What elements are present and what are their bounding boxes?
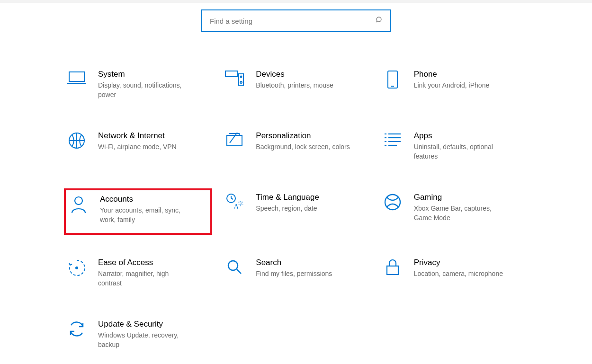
tile-desc: Narrator, magnifier, high contrast bbox=[98, 269, 193, 288]
svg-line-26 bbox=[231, 198, 233, 199]
svg-point-30 bbox=[76, 267, 78, 269]
devices-icon bbox=[224, 70, 244, 86]
tile-desc: Wi-Fi, airplane mode, VPN bbox=[98, 142, 193, 151]
tile-text: Devices Bluetooth, printers, mouse bbox=[256, 69, 367, 90]
search-icon bbox=[376, 16, 383, 26]
tile-desc: Xbox Game Bar, captures, Game Mode bbox=[414, 204, 509, 222]
tile-title: Ease of Access bbox=[98, 257, 209, 268]
svg-point-6 bbox=[241, 76, 242, 78]
tile-desc: Speech, region, date bbox=[256, 204, 350, 213]
tile-text: Gaming Xbox Game Bar, captures, Game Mod… bbox=[414, 192, 525, 222]
system-icon bbox=[67, 70, 87, 85]
svg-line-14 bbox=[230, 133, 237, 143]
lock-icon bbox=[383, 258, 403, 276]
tile-desc: Link your Android, iPhone bbox=[414, 80, 509, 90]
tile-text: Phone Link your Android, iPhone bbox=[414, 69, 525, 90]
tile-title: Phone bbox=[414, 69, 525, 80]
tile-network[interactable]: Network & Internet Wi-Fi, airplane mode,… bbox=[64, 127, 212, 169]
tile-personalization[interactable]: Personalization Background, lock screen,… bbox=[222, 127, 370, 169]
tile-text: System Display, sound, notifications, po… bbox=[98, 69, 209, 99]
personalization-icon bbox=[224, 132, 244, 148]
svg-rect-33 bbox=[387, 266, 398, 275]
tile-accounts[interactable]: Accounts Your accounts, email, sync, wor… bbox=[64, 188, 212, 235]
tile-phone[interactable]: Phone Link your Android, iPhone bbox=[380, 65, 528, 108]
svg-line-32 bbox=[237, 269, 241, 274]
tile-desc: Find my files, permissions bbox=[256, 269, 350, 278]
tile-title: Privacy bbox=[414, 257, 525, 268]
tile-title: Search bbox=[256, 257, 367, 268]
phone-icon bbox=[383, 70, 403, 89]
tile-devices[interactable]: Devices Bluetooth, printers, mouse bbox=[222, 65, 370, 108]
tile-apps[interactable]: Apps Uninstall, defaults, optional featu… bbox=[380, 127, 528, 169]
tile-title: Update & Security bbox=[98, 319, 209, 329]
tile-desc: Uninstall, defaults, optional features bbox=[414, 142, 509, 161]
tile-desc: Bluetooth, printers, mouse bbox=[256, 80, 350, 90]
tile-text: Accounts Your accounts, email, sync, wor… bbox=[100, 194, 207, 224]
tile-text: Privacy Location, camera, microphone bbox=[414, 257, 525, 278]
tile-desc: Display, sound, notifications, power bbox=[98, 80, 193, 99]
globe-icon bbox=[67, 132, 87, 150]
time-language-icon: A 字 bbox=[224, 193, 244, 211]
tile-text: Apps Uninstall, defaults, optional featu… bbox=[414, 131, 525, 161]
tile-text: Update & Security Windows Update, recove… bbox=[98, 319, 209, 349]
update-icon bbox=[67, 320, 87, 338]
tile-text: Network & Internet Wi-Fi, airplane mode,… bbox=[98, 131, 209, 151]
magnifier-icon bbox=[224, 258, 244, 275]
tile-title: Personalization bbox=[256, 131, 367, 141]
tile-title: System bbox=[98, 69, 209, 80]
svg-rect-8 bbox=[388, 71, 397, 88]
apps-icon bbox=[383, 132, 403, 147]
tile-desc: Windows Update, recovery, backup bbox=[98, 330, 193, 349]
tile-desc: Background, lock screen, colors bbox=[256, 142, 350, 151]
svg-point-23 bbox=[75, 197, 82, 204]
tile-title: Network & Internet bbox=[98, 131, 209, 141]
tile-desc: Location, camera, microphone bbox=[414, 269, 509, 278]
svg-point-31 bbox=[228, 261, 238, 270]
tile-title: Apps bbox=[414, 131, 525, 141]
tile-ease-of-access[interactable]: Ease of Access Narrator, magnifier, high… bbox=[64, 254, 212, 296]
gaming-icon bbox=[383, 193, 403, 211]
svg-rect-4 bbox=[225, 71, 238, 77]
tile-desc: Your accounts, email, sync, work, family bbox=[100, 205, 195, 224]
svg-point-7 bbox=[240, 81, 242, 83]
search-input[interactable] bbox=[209, 17, 372, 26]
tile-privacy[interactable]: Privacy Location, camera, microphone bbox=[380, 254, 528, 296]
tile-system[interactable]: System Display, sound, notifications, po… bbox=[64, 65, 212, 108]
svg-line-1 bbox=[376, 21, 377, 23]
svg-rect-2 bbox=[69, 72, 84, 81]
tile-text: Search Find my files, permissions bbox=[256, 257, 367, 278]
settings-grid: System Display, sound, notifications, po… bbox=[64, 65, 528, 358]
svg-point-29 bbox=[385, 195, 400, 210]
tile-text: Personalization Background, lock screen,… bbox=[256, 131, 367, 151]
tile-update-security[interactable]: Update & Security Windows Update, recove… bbox=[64, 315, 212, 358]
tile-text: Ease of Access Narrator, magnifier, high… bbox=[98, 257, 209, 288]
person-icon bbox=[69, 195, 89, 214]
settings-home: System Display, sound, notifications, po… bbox=[0, 3, 592, 358]
tile-title: Devices bbox=[256, 69, 367, 80]
search-box[interactable] bbox=[201, 9, 391, 32]
tile-text: Time & Language Speech, region, date bbox=[256, 192, 367, 213]
tile-title: Gaming bbox=[414, 192, 525, 203]
tile-gaming[interactable]: Gaming Xbox Game Bar, captures, Game Mod… bbox=[380, 188, 528, 235]
svg-text:字: 字 bbox=[238, 201, 243, 206]
ease-of-access-icon bbox=[67, 258, 87, 276]
tile-search[interactable]: Search Find my files, permissions bbox=[222, 254, 370, 296]
tile-time-language[interactable]: A 字 Time & Language Speech, region, date bbox=[222, 188, 370, 235]
tile-title: Accounts bbox=[100, 194, 207, 204]
search-container bbox=[0, 9, 592, 32]
tile-title: Time & Language bbox=[256, 192, 367, 203]
